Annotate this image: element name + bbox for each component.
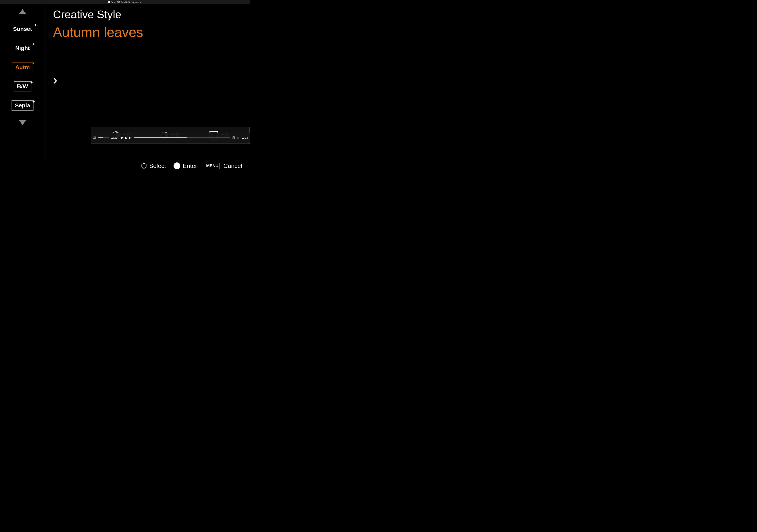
menu-box-icon: MENU [205, 163, 220, 169]
end-time: -01:18 [241, 136, 248, 139]
volume-icon: 🔊 [93, 136, 97, 140]
autm-star: ✦ [32, 61, 35, 66]
volume-slider[interactable] [98, 138, 109, 138]
sunset-box: Sunset ✦ [10, 24, 35, 34]
night-star: ✦ [32, 42, 35, 47]
arrow-down-icon [19, 120, 26, 125]
select-arrows-icon: ⬡ [141, 162, 147, 170]
autm-box: Autm ✦ [12, 62, 33, 72]
nav-cancel: MENU Cancel [205, 163, 242, 170]
title-bar-chevron: ˅ [141, 1, 142, 3]
page-title: Creative Style [53, 8, 242, 21]
rewind-button[interactable]: ⏮ [120, 136, 123, 140]
bw-star: ✦ [30, 80, 33, 85]
sunset-label: Sunset [13, 26, 32, 32]
content-area: Creative Style Autumn leaves › ±0 ±0 [45, 4, 250, 159]
sidebar-item-autm[interactable]: Autm ✦ [6, 59, 40, 75]
sidebar-item-night[interactable]: Night ✦ [6, 40, 40, 56]
select-label: Select [149, 163, 166, 170]
scroll-up-arrow[interactable] [17, 6, 28, 17]
title-bar: 📄 Sony_AU_CamSetUp_Jensen_v ˅ [0, 0, 250, 4]
nav-bar: ⬡ Select Enter MENU Cancel [0, 159, 250, 172]
sidebar: Sunset ✦ Night ✦ Autm ✦ B/W ✦ Sepia [0, 4, 45, 159]
progress-fill [134, 138, 187, 138]
volume-fill [98, 138, 103, 138]
selected-value: Autumn leaves [53, 24, 242, 40]
share-icon: ⬆ [237, 136, 239, 140]
cancel-label: Cancel [223, 163, 242, 170]
play-button[interactable]: ▶ [125, 136, 128, 140]
arrow-up-icon [19, 9, 26, 15]
screen-icon: 🖥 [232, 136, 235, 140]
current-time: 02:22 [111, 136, 118, 139]
sidebar-item-bw[interactable]: B/W ✦ [6, 78, 40, 94]
enter-label: Enter [183, 163, 197, 170]
sepia-box: Sepia ✦ [12, 100, 34, 110]
progress-bar[interactable] [134, 138, 230, 138]
main-container: Sunset ✦ Night ✦ Autm ✦ B/W ✦ Sepia [0, 4, 250, 159]
file-icon: 📄 [107, 1, 110, 3]
bw-label: B/W [17, 83, 28, 89]
sepia-label: Sepia [15, 102, 30, 109]
chevron-right-icon: › [53, 72, 57, 87]
video-player: 🔊 02:22 ⏮ ▶ ⏭ 🖥 ⬆ -01:18 [91, 133, 250, 143]
autm-label: Autm [15, 64, 30, 70]
bw-box: B/W ✦ [14, 81, 31, 91]
sunset-star: ✦ [34, 23, 37, 27]
nav-select: ⬡ Select [141, 162, 166, 170]
sidebar-item-sunset[interactable]: Sunset ✦ [6, 21, 40, 37]
night-box: Night ✦ [12, 43, 33, 53]
nav-enter: Enter [173, 163, 197, 170]
night-label: Night [15, 45, 30, 51]
sidebar-item-sepia[interactable]: Sepia ✦ [6, 97, 40, 113]
enter-circle-icon [173, 163, 180, 169]
fast-forward-button[interactable]: ⏭ [129, 136, 133, 140]
scroll-down-arrow[interactable] [17, 117, 28, 128]
title-bar-text: Sony_AU_CamSetUp_Jensen_v [111, 1, 141, 3]
sepia-star: ✦ [32, 100, 35, 104]
